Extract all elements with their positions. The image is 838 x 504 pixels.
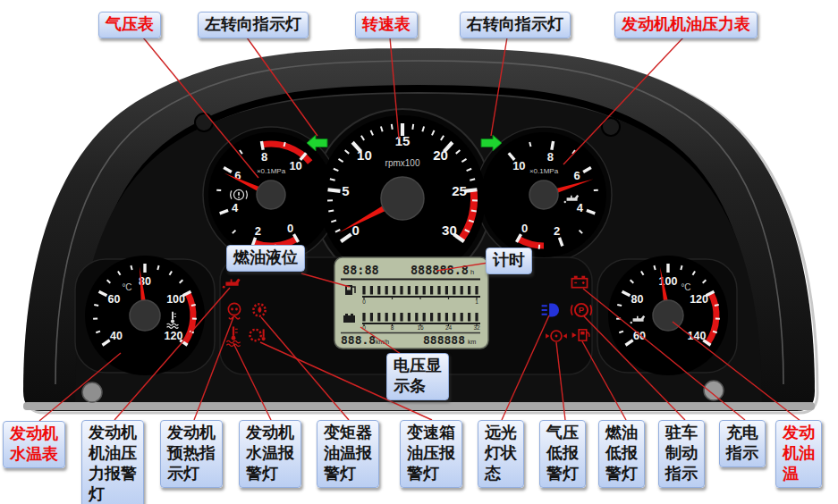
oil-pressure-gauge-number: 2 xyxy=(554,224,560,238)
screw-bottom-right xyxy=(704,381,724,400)
water-temp-gauge-number: 120 xyxy=(165,330,183,342)
callout-torque-converter-warning: 变矩器 油温报 警灯 xyxy=(317,420,379,488)
callout-engine-oil-pressure-gauge: 发动机机油压力表 xyxy=(614,12,758,38)
svg-text:P: P xyxy=(579,305,585,315)
tachometer-number: 20 xyxy=(433,147,448,163)
oil-temp-gauge-number: 120 xyxy=(690,293,708,306)
screw-bottom-left xyxy=(82,382,102,402)
svg-text:24: 24 xyxy=(445,324,453,331)
callout-hour-meter: 计时 xyxy=(486,248,532,274)
oil-pressure-gauge-number: 6 xyxy=(574,169,580,182)
callout-fuel-low-warning: 燃油 低报 警灯 xyxy=(598,420,645,488)
svg-text:32: 32 xyxy=(473,324,480,331)
callout-fuel-level: 燃油液位 xyxy=(226,245,305,272)
callout-water-temp-gauge: 发动机 水温表 xyxy=(3,421,65,468)
tachometer-number: 30 xyxy=(442,223,457,238)
oil-pressure-gauge-number: 8 xyxy=(547,150,554,164)
water-temp-gauge-number: 40 xyxy=(110,330,123,342)
lcd-odometer-unit: km xyxy=(468,339,477,345)
lcd-display: 88:88888888.8h0108162432888.8km/h888888k… xyxy=(334,257,488,349)
water-temp-gauge-hub xyxy=(130,300,160,331)
callout-air-pressure-gauge: 气压表 xyxy=(98,12,161,38)
callout-transmission-warning: 变速箱 油压报 警灯 xyxy=(400,420,462,488)
lcd-clock: 88:88 xyxy=(343,263,379,277)
screw-top-left xyxy=(195,113,213,131)
air-pressure-gauge-number: 8 xyxy=(261,150,267,164)
water-temp-gauge: 406080100120°C xyxy=(85,256,205,375)
oil-temp-gauge-number: 80 xyxy=(631,293,643,306)
water-temp-gauge-unit: °C xyxy=(122,282,131,292)
oil-pressure-gauge-unit: ×0.1MPa xyxy=(529,167,559,175)
high-beam-icon xyxy=(542,303,559,316)
air-pressure-gauge-number: 4 xyxy=(232,201,239,214)
callout-left-turn-indicator: 左转向指示灯 xyxy=(198,12,309,38)
callout-oil-temp-gauge: 发动 机油 温 xyxy=(775,420,822,488)
callout-preheat-indicator: 发动机 预热指 示灯 xyxy=(160,420,223,488)
air-pressure-gauge-number: 10 xyxy=(289,159,301,172)
air-pressure-gauge-unit: ×0.1MPa xyxy=(257,167,286,175)
callout-parking-brake: 驻车 制动 指示 xyxy=(658,420,705,488)
callout-right-turn-indicator: 右转向指示灯 xyxy=(460,12,571,38)
callout-voltage-bar: 电压显 示条 xyxy=(386,353,449,400)
svg-text:0: 0 xyxy=(362,298,366,305)
oil-pressure-gauge-number: 10 xyxy=(512,159,525,172)
oil-pressure-gauge-number: 4 xyxy=(577,201,584,214)
svg-text:8: 8 xyxy=(391,324,394,331)
air-pressure-gauge-hub xyxy=(257,181,285,209)
callout-oil-pressure-warning: 发动机 机油压 力报警 灯 xyxy=(81,420,144,504)
oil-pressure-gauge-hub xyxy=(529,181,558,209)
oil-pressure-gauge-number: 0 xyxy=(521,222,528,235)
air-pressure-gauge-number: 2 xyxy=(255,224,261,238)
tachometer-hub xyxy=(381,177,424,220)
air-pressure-gauge: 0246810×0.1MPa xyxy=(208,132,334,257)
callout-air-low-warning: 气压 低报 警灯 xyxy=(539,420,586,488)
tachometer-number: 5 xyxy=(342,183,349,198)
lcd-odometer: 888888 xyxy=(423,333,465,347)
dashboard-diagram-page: 0246810×0.1MPa051015202530rpmx1000246810… xyxy=(0,0,838,504)
tachometer-number: 15 xyxy=(395,133,411,148)
tachometer-number: 25 xyxy=(452,183,467,198)
tachometer-number: 10 xyxy=(357,147,372,163)
cluster-bottom-rim xyxy=(23,402,815,410)
svg-text:16: 16 xyxy=(417,324,424,331)
tachometer: 051015202530rpmx100 xyxy=(319,115,486,281)
tachometer-unit: rpmx100 xyxy=(385,158,420,168)
lcd-speed: 888.8 xyxy=(341,333,376,347)
water-temp-gauge-number: 60 xyxy=(107,293,120,306)
oil-pressure-gauge: 0246810×0.1MPa xyxy=(481,132,606,257)
callout-tachometer: 转速表 xyxy=(355,12,418,38)
lcd-hour-unit: h xyxy=(470,268,474,276)
callout-high-beam-status: 远光 灯状 态 xyxy=(478,420,524,488)
oil-temp-gauge-unit: °C xyxy=(681,282,690,292)
callout-water-temp-warning: 发动机 水温报 警灯 xyxy=(239,420,301,488)
callout-charge-indicator: 充电 指示 xyxy=(719,420,766,467)
svg-text:1: 1 xyxy=(475,298,478,305)
air-pressure-gauge-number: 0 xyxy=(287,222,293,235)
water-temp-gauge-number: 100 xyxy=(166,293,185,306)
